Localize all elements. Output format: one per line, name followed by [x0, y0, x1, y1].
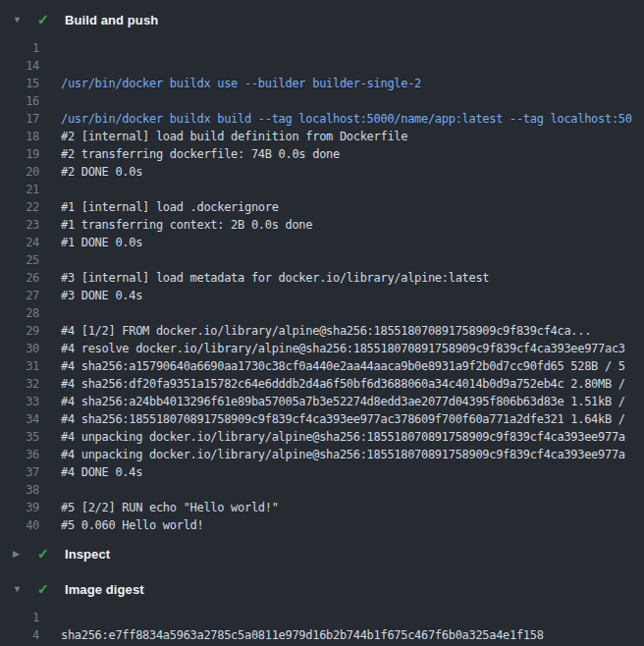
step-title: Inspect — [65, 547, 110, 562]
log-line: 31 #4 sha256:a15790640a6690aa1730c38cf0a… — [0, 357, 644, 375]
step-title: Image digest — [65, 582, 144, 597]
step-title: Build and push — [65, 13, 158, 27]
step-log-body: 1 ▶ Run echo sha256:e7ff8834a5963a2785c5… — [0, 609, 644, 644]
line-number[interactable]: 22 — [0, 198, 39, 216]
line-text: /usr/bin/docker buildx use --builder bui… — [39, 75, 644, 92]
line-number[interactable]: 4 — [0, 626, 39, 644]
line-number[interactable]: 31 — [0, 357, 39, 375]
line-number[interactable]: 30 — [0, 340, 39, 357]
check-icon: ✓ — [37, 543, 53, 565]
line-text: #1 transferring context: 2B 0.0s done — [39, 216, 644, 234]
line-text — [39, 181, 644, 198]
line-text: #4 sha256:a24bb4013296f61e89ba57005a7b3e… — [39, 393, 644, 410]
line-number[interactable]: 24 — [0, 234, 39, 251]
log-step-section: ▼ ✓ Build and push 1 ▶ Run ./ 14 Using b… — [0, 9, 644, 534]
step-log-body: 1 ▶ Run ./ 14 Using builder instance bui… — [0, 39, 644, 534]
line-text: #2 [internal] load build definition from… — [39, 128, 644, 145]
line-text: #4 unpacking docker.io/library/alpine@sh… — [39, 428, 644, 446]
line-text: #3 [internal] load metadata for docker.i… — [39, 269, 644, 287]
line-text — [39, 304, 644, 322]
line-text: sha256:e7ff8834a5963a2785c5a0811e979d16b… — [39, 626, 644, 644]
log-line: 20 #2 DONE 0.0s — [0, 163, 644, 181]
workflow-log-viewer: ▼ ✓ Build and push 1 ▶ Run ./ 14 Using b… — [0, 0, 644, 644]
line-number[interactable]: 18 — [0, 128, 39, 145]
line-number[interactable]: 17 — [0, 110, 39, 128]
log-line: 21 — [0, 181, 644, 198]
line-number[interactable]: 34 — [0, 410, 39, 428]
line-number[interactable]: 14 — [0, 57, 39, 75]
log-line: 38 — [0, 481, 644, 499]
line-text: /usr/bin/docker buildx build --tag local… — [39, 110, 644, 128]
line-number[interactable]: 29 — [0, 322, 39, 340]
line-number[interactable]: 15 — [0, 75, 39, 92]
line-number[interactable]: 36 — [0, 446, 39, 463]
chevron-down-icon[interactable]: ▼ — [13, 9, 27, 30]
log-line: 27 #3 DONE 0.4s — [0, 287, 644, 304]
line-text: #4 sha256:a15790640a6690aa1730c38cf0a440… — [39, 357, 644, 375]
log-step-section: ▼ ✓ Image digest 1 ▶ Run echo sha256:e7f… — [0, 578, 644, 644]
line-text: #1 [internal] load .dockerignore — [39, 198, 644, 216]
log-line: 18 #2 [internal] load build definition f… — [0, 128, 644, 145]
line-text — [39, 251, 644, 269]
log-line: 22 #1 [internal] load .dockerignore — [0, 198, 644, 216]
line-number[interactable]: 28 — [0, 304, 39, 322]
log-line: 28 — [0, 304, 644, 322]
log-line: 19 #2 transferring dockerfile: 74B 0.0s … — [0, 145, 644, 163]
step-header[interactable]: ▶ ✓ Inspect — [0, 543, 644, 565]
line-number[interactable]: 16 — [0, 92, 39, 110]
step-header[interactable]: ▼ ✓ Build and push — [0, 9, 644, 30]
chevron-down-icon[interactable]: ▼ — [13, 578, 27, 600]
line-text: #1 DONE 0.0s — [39, 234, 644, 251]
line-text: #3 DONE 0.4s — [39, 287, 644, 304]
line-number[interactable]: 35 — [0, 428, 39, 446]
log-line: 29 #4 [1/2] FROM docker.io/library/alpin… — [0, 322, 644, 340]
log-line: 15 /usr/bin/docker buildx use --builder … — [0, 75, 644, 92]
log-line: 4 sha256:e7ff8834a5963a2785c5a0811e979d1… — [0, 626, 644, 644]
log-line: 14 Using builder instance builder-single… — [0, 57, 644, 75]
check-icon: ✓ — [37, 9, 53, 30]
line-number[interactable]: 38 — [0, 481, 39, 499]
log-line: 33 #4 sha256:a24bb4013296f61e89ba57005a7… — [0, 393, 644, 410]
line-number[interactable]: 1 — [0, 39, 39, 57]
line-text — [39, 481, 644, 499]
line-text: #5 [2/2] RUN echo "Hello world!" — [39, 499, 644, 516]
line-number[interactable]: 20 — [0, 163, 39, 181]
log-line: 39 #5 [2/2] RUN echo "Hello world!" — [0, 499, 644, 516]
line-number[interactable]: 25 — [0, 251, 39, 269]
line-text: #2 DONE 0.0s — [39, 163, 644, 181]
line-number[interactable]: 37 — [0, 463, 39, 481]
log-line: 16 Starting build... — [0, 92, 644, 110]
log-line: 24 #1 DONE 0.0s — [0, 234, 644, 251]
line-number[interactable]: 39 — [0, 499, 39, 516]
log-line: 36 #4 unpacking docker.io/library/alpine… — [0, 446, 644, 463]
line-text: #4 [1/2] FROM docker.io/library/alpine@s… — [39, 322, 644, 340]
line-text: ▶ Run ./ — [39, 39, 644, 57]
log-line: 25 — [0, 251, 644, 269]
line-text: Starting build... — [39, 92, 644, 110]
line-number[interactable]: 19 — [0, 145, 39, 163]
log-line: 30 #4 resolve docker.io/library/alpine@s… — [0, 340, 644, 357]
line-number[interactable]: 40 — [0, 516, 39, 534]
line-text: #4 sha256:df20fa9351a15782c64e6dddb2d4a6… — [39, 375, 644, 393]
log-line: 32 #4 sha256:df20fa9351a15782c64e6dddb2d… — [0, 375, 644, 393]
line-number[interactable]: 26 — [0, 269, 39, 287]
chevron-right-icon[interactable]: ▶ — [13, 543, 27, 565]
line-text: #4 sha256:185518070891758909c9f839cf4ca3… — [39, 410, 644, 428]
line-number[interactable]: 21 — [0, 181, 39, 198]
line-number[interactable]: 32 — [0, 375, 39, 393]
log-line: 23 #1 transferring context: 2B 0.0s done — [0, 216, 644, 234]
line-text: #5 0.060 Hello world! — [39, 516, 644, 534]
log-line: 34 #4 sha256:185518070891758909c9f839cf4… — [0, 410, 644, 428]
line-number[interactable]: 33 — [0, 393, 39, 410]
log-line: 26 #3 [internal] load metadata for docke… — [0, 269, 644, 287]
log-line: 37 #4 DONE 0.4s — [0, 463, 644, 481]
line-text: ▶ Run echo sha256:e7ff8834a5963a2785c5a0… — [39, 609, 644, 626]
log-line: 40 #5 0.060 Hello world! — [0, 516, 644, 534]
log-step-section: ▶ ✓ Inspect — [0, 543, 644, 565]
step-header[interactable]: ▼ ✓ Image digest — [0, 578, 644, 600]
line-text: #4 unpacking docker.io/library/alpine@sh… — [39, 446, 644, 463]
line-number[interactable]: 23 — [0, 216, 39, 234]
line-number[interactable]: 1 — [0, 609, 39, 626]
log-line: 17 /usr/bin/docker buildx build --tag lo… — [0, 110, 644, 128]
line-number[interactable]: 27 — [0, 287, 39, 304]
